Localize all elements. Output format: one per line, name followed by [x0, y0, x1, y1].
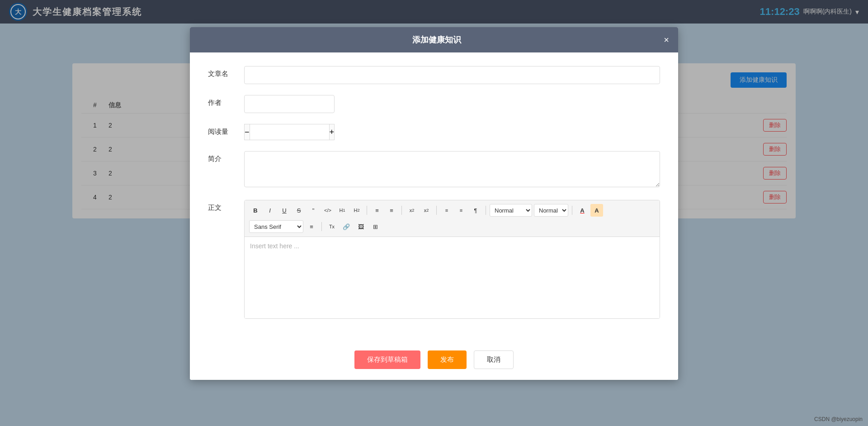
superscript-button[interactable]: x2	[420, 204, 433, 217]
toolbar-separator-2	[401, 206, 402, 215]
modal-close-button[interactable]: ×	[664, 35, 669, 44]
add-knowledge-modal: 添加健康知识 × 文章名 作者 阅读量	[190, 27, 678, 380]
editor-content-area[interactable]: Insert text here ...	[245, 237, 660, 318]
ordered-list-button[interactable]: ≡	[371, 204, 383, 217]
reads-number-input: − +	[244, 124, 326, 140]
form-row-reads: 阅读量 − +	[208, 124, 660, 140]
toolbar-separator-1	[367, 206, 367, 215]
article-name-label: 文章名	[208, 66, 244, 78]
strikethrough-button[interactable]: S	[292, 204, 305, 217]
reads-value-input[interactable]	[250, 124, 329, 140]
author-control	[244, 95, 660, 113]
intro-label: 简介	[208, 151, 244, 163]
underline-button[interactable]: U	[278, 204, 291, 217]
subscript-button[interactable]: x2	[406, 204, 418, 217]
toolbar-separator-5	[572, 206, 572, 215]
rich-text-editor: B I U S " </> H1 H2 ≡ ≡ x2	[244, 200, 660, 319]
content-label: 正文	[208, 200, 244, 212]
font-background-button[interactable]: A	[590, 204, 603, 217]
align-center-button[interactable]: ≡	[305, 220, 318, 233]
table-button[interactable]: ⊞	[369, 220, 382, 233]
reads-label: 阅读量	[208, 124, 244, 136]
intro-textarea[interactable]	[244, 151, 660, 187]
article-name-input[interactable]	[244, 66, 660, 84]
form-row-content: 正文 B I U S " </> H1 H2	[208, 200, 660, 319]
font-family-select[interactable]: Sans Serif Serif Monospace	[249, 220, 303, 233]
reads-control: − +	[244, 124, 660, 140]
publish-button[interactable]: 发布	[428, 350, 467, 369]
modal-footer: 保存到草稿箱 发布 取消	[190, 343, 678, 380]
form-row-intro: 简介	[208, 151, 660, 189]
form-row-author: 作者	[208, 95, 660, 113]
format-select-2[interactable]: Normal Large Small	[534, 204, 568, 217]
clear-format-button[interactable]: Tx	[326, 220, 338, 233]
unordered-list-button[interactable]: ≡	[385, 204, 398, 217]
bold-button[interactable]: B	[249, 204, 262, 217]
save-draft-button[interactable]: 保存到草稿箱	[354, 350, 420, 369]
image-button[interactable]: 🖼	[354, 220, 367, 233]
h1-button[interactable]: H1	[336, 204, 349, 217]
intro-control	[244, 151, 660, 189]
italic-button[interactable]: I	[264, 204, 276, 217]
editor-placeholder: Insert text here ...	[250, 242, 299, 250]
align-left-button[interactable]: ≡	[440, 204, 453, 217]
reads-decrement-button[interactable]: −	[244, 124, 250, 140]
modal-overlay: 添加健康知识 × 文章名 作者 阅读量	[0, 0, 868, 426]
author-input[interactable]	[244, 95, 335, 113]
toolbar-separator-6	[321, 222, 322, 231]
reads-increment-button[interactable]: +	[329, 124, 335, 140]
align-right-button[interactable]: ≡	[455, 204, 467, 217]
toolbar-separator-3	[436, 206, 437, 215]
content-control: B I U S " </> H1 H2 ≡ ≡ x2	[244, 200, 660, 319]
modal-title: 添加健康知识	[210, 34, 664, 45]
form-row-article-name: 文章名	[208, 66, 660, 84]
blockquote-button[interactable]: "	[307, 204, 320, 217]
article-name-control	[244, 66, 660, 84]
format-select-1[interactable]: Normal Heading 1 Heading 2	[490, 204, 532, 217]
indent-button[interactable]: ¶	[469, 204, 482, 217]
cancel-button[interactable]: 取消	[474, 350, 514, 369]
link-button[interactable]: 🔗	[340, 220, 353, 233]
modal-header: 添加健康知识 ×	[190, 27, 678, 52]
code-button[interactable]: </>	[321, 204, 334, 217]
toolbar-separator-4	[486, 206, 486, 215]
font-color-button[interactable]: A	[576, 204, 589, 217]
editor-toolbar: B I U S " </> H1 H2 ≡ ≡ x2	[245, 200, 660, 237]
modal-body: 文章名 作者 阅读量 − +	[190, 52, 678, 343]
h2-button[interactable]: H2	[350, 204, 363, 217]
author-label: 作者	[208, 95, 244, 107]
